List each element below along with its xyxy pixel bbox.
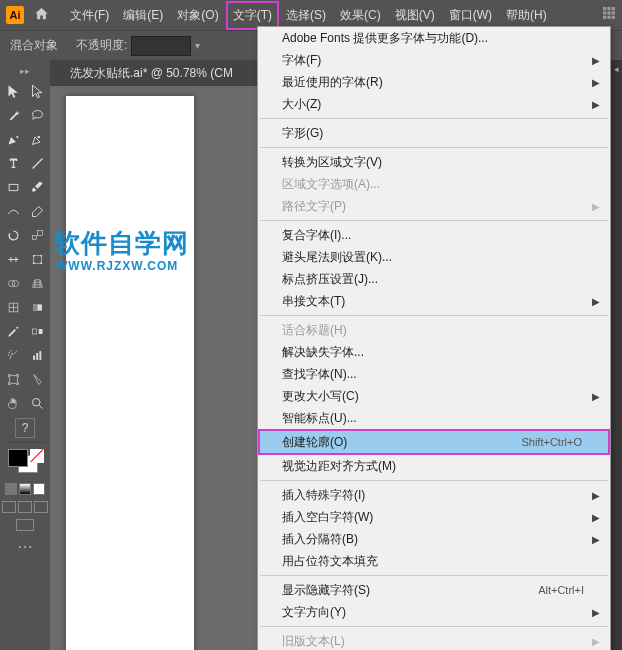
menu-item[interactable]: 解决缺失字体... (258, 341, 610, 363)
watermark-url: WWW.RJZXW.COM (54, 259, 189, 273)
eraser-tool[interactable] (26, 200, 48, 222)
rectangle-tool[interactable] (2, 176, 24, 198)
svg-point-27 (7, 354, 8, 355)
svg-rect-24 (38, 329, 42, 334)
menu-item[interactable]: 视觉边距对齐方式(M) (258, 455, 610, 477)
opacity-input[interactable] (131, 36, 191, 56)
menu-item[interactable]: 更改大小写(C)▶ (258, 385, 610, 407)
menu-item-label: 视觉边距对齐方式(M) (282, 458, 584, 475)
artboard-tool[interactable] (2, 368, 24, 390)
menu-item[interactable]: 文字方向(Y)▶ (258, 601, 610, 623)
toolbar-toggle-icon[interactable]: ▸▸ (20, 66, 30, 76)
menu-file[interactable]: 文件(F) (63, 1, 116, 30)
menu-item-label: 字体(F) (282, 52, 584, 69)
chevron-down-icon[interactable]: ▾ (195, 40, 200, 51)
menu-item[interactable]: 标点挤压设置(J)... (258, 268, 610, 290)
hand-tool[interactable] (2, 392, 24, 414)
menu-item[interactable]: 串接文本(T)▶ (258, 290, 610, 312)
menu-item[interactable]: 复合字体(I)... (258, 224, 610, 246)
symbol-sprayer-tool[interactable] (2, 344, 24, 366)
blend-tool[interactable] (26, 320, 48, 342)
draw-behind-icon[interactable] (18, 501, 32, 513)
document-tab[interactable]: 洗发水贴纸.ai* @ 50.78% (CM (60, 61, 243, 86)
menu-item-label: 大小(Z) (282, 96, 584, 113)
svg-rect-12 (37, 230, 42, 235)
edit-toolbar-icon[interactable]: ⋯ (16, 537, 34, 555)
menu-item[interactable]: Adobe Fonts 提供更多字体与功能(D)... (258, 27, 610, 49)
scale-tool[interactable] (26, 224, 48, 246)
menu-item-label: 路径文字(P) (282, 198, 584, 215)
mesh-tool[interactable] (2, 296, 24, 318)
menu-item[interactable]: 查找字体(N)... (258, 363, 610, 385)
menu-item[interactable]: 字体(F)▶ (258, 49, 610, 71)
none-mode-icon[interactable] (33, 483, 45, 495)
gradient-mode-icon[interactable] (19, 483, 31, 495)
shape-builder-tool[interactable] (2, 272, 24, 294)
color-mode-icon[interactable] (5, 483, 17, 495)
svg-rect-8 (612, 16, 615, 19)
menu-separator (260, 480, 608, 481)
line-tool[interactable] (26, 152, 48, 174)
selection-tool[interactable] (2, 80, 24, 102)
menu-item[interactable]: 用占位符文本填充 (258, 550, 610, 572)
menu-item[interactable]: 插入空白字符(W)▶ (258, 506, 610, 528)
svg-point-19 (12, 280, 18, 286)
magic-wand-tool[interactable] (2, 104, 24, 126)
menu-item-label: 插入分隔符(B) (282, 531, 584, 548)
rotate-tool[interactable] (2, 224, 24, 246)
svg-point-16 (32, 262, 34, 264)
curvature-tool[interactable] (26, 128, 48, 150)
draw-normal-icon[interactable] (2, 501, 16, 513)
fill-stroke-swatches[interactable] (8, 449, 42, 477)
pen-tool[interactable] (2, 128, 24, 150)
panel-expand-icon[interactable]: ◂ (611, 60, 622, 74)
slice-tool[interactable] (26, 368, 48, 390)
menu-item[interactable]: 大小(Z)▶ (258, 93, 610, 115)
workspace-icon[interactable] (603, 7, 616, 23)
menu-item[interactable]: 创建轮廓(O)Shift+Ctrl+O (258, 429, 610, 455)
menu-item[interactable]: 智能标点(U)... (258, 407, 610, 429)
submenu-arrow-icon: ▶ (592, 77, 600, 88)
shaper-tool[interactable] (2, 200, 24, 222)
menu-object[interactable]: 对象(O) (170, 1, 225, 30)
svg-rect-6 (603, 16, 606, 19)
lasso-tool[interactable] (26, 104, 48, 126)
menu-item-label: 文字方向(Y) (282, 604, 584, 621)
menu-item[interactable]: 字形(G) (258, 122, 610, 144)
menu-item[interactable]: 转换为区域文字(V) (258, 151, 610, 173)
svg-rect-2 (612, 7, 615, 10)
perspective-grid-tool[interactable] (26, 272, 48, 294)
menu-separator (260, 147, 608, 148)
column-graph-tool[interactable] (26, 344, 48, 366)
menu-item[interactable]: 最近使用的字体(R)▶ (258, 71, 610, 93)
screen-mode-icon[interactable] (16, 519, 34, 531)
width-tool[interactable] (2, 248, 24, 270)
menu-item[interactable]: 避头尾法则设置(K)... (258, 246, 610, 268)
paintbrush-tool[interactable] (26, 176, 48, 198)
menu-item[interactable]: 插入特殊字符(I)▶ (258, 484, 610, 506)
draw-inside-icon[interactable] (34, 501, 48, 513)
panel-strip[interactable]: ◂ (610, 60, 622, 650)
type-tool[interactable] (2, 152, 24, 174)
help-tool[interactable]: ? (15, 418, 35, 438)
fill-swatch[interactable] (8, 449, 28, 467)
free-transform-tool[interactable] (26, 248, 48, 270)
svg-rect-22 (33, 304, 37, 310)
menu-item[interactable]: 显示隐藏字符(S)Alt+Ctrl+I (258, 579, 610, 601)
eyedropper-tool[interactable] (2, 320, 24, 342)
gradient-tool[interactable] (26, 296, 48, 318)
svg-rect-13 (33, 255, 41, 263)
home-icon[interactable] (34, 6, 49, 24)
svg-rect-3 (603, 11, 606, 14)
menu-separator (260, 118, 608, 119)
menu-item[interactable]: 插入分隔符(B)▶ (258, 528, 610, 550)
menu-item-label: 智能标点(U)... (282, 410, 584, 427)
menu-edit[interactable]: 编辑(E) (116, 1, 170, 30)
direct-selection-tool[interactable] (26, 80, 48, 102)
zoom-tool[interactable] (26, 392, 48, 414)
menu-item-label: 插入空白字符(W) (282, 509, 584, 526)
menu-item: 路径文字(P)▶ (258, 195, 610, 217)
type-menu-dropdown: Adobe Fonts 提供更多字体与功能(D)...字体(F)▶最近使用的字体… (257, 26, 611, 650)
menu-item: 适合标题(H) (258, 319, 610, 341)
svg-rect-11 (32, 235, 36, 239)
